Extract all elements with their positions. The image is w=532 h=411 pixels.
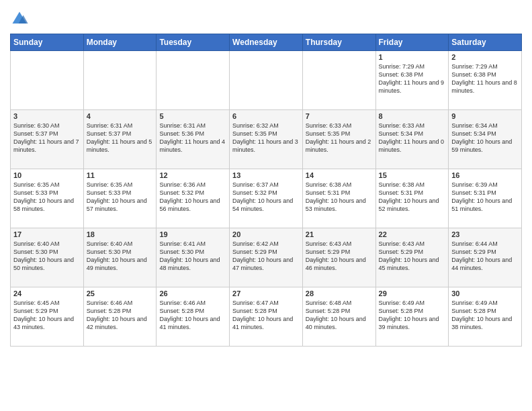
page-container: SundayMondayTuesdayWednesdayThursdayFrid… <box>0 0 532 350</box>
day-number: 20 <box>232 230 300 238</box>
calendar-cell: 5Sunrise: 6:31 AM Sunset: 5:36 PM Daylig… <box>157 110 230 169</box>
calendar-cell: 6Sunrise: 6:32 AM Sunset: 5:35 PM Daylig… <box>230 110 303 169</box>
day-number: 25 <box>87 289 154 298</box>
calendar-cell: 24Sunrise: 6:45 AM Sunset: 5:29 PM Dayli… <box>11 287 84 347</box>
calendar-cell <box>157 51 230 110</box>
calendar-week-row: 24Sunrise: 6:45 AM Sunset: 5:29 PM Dayli… <box>11 287 522 347</box>
calendar-week-row: 10Sunrise: 6:35 AM Sunset: 5:33 PM Dayli… <box>11 169 522 228</box>
calendar-cell: 25Sunrise: 6:46 AM Sunset: 5:28 PM Dayli… <box>83 287 157 347</box>
cell-info: Sunrise: 6:39 AM Sunset: 5:31 PM Dayligh… <box>451 181 519 214</box>
day-number: 13 <box>232 171 300 179</box>
calendar-cell: 10Sunrise: 6:35 AM Sunset: 5:33 PM Dayli… <box>11 169 84 228</box>
calendar-cell: 1Sunrise: 7:29 AM Sunset: 6:38 PM Daylig… <box>375 51 449 110</box>
calendar-cell: 14Sunrise: 6:38 AM Sunset: 5:31 PM Dayli… <box>302 169 375 228</box>
calendar-cell: 21Sunrise: 6:43 AM Sunset: 5:29 PM Dayli… <box>302 228 375 287</box>
cell-info: Sunrise: 7:29 AM Sunset: 6:38 PM Dayligh… <box>451 62 519 95</box>
day-number: 18 <box>87 230 154 238</box>
calendar-cell <box>302 51 375 110</box>
day-number: 12 <box>159 171 226 179</box>
logo <box>10 9 30 28</box>
calendar-cell: 19Sunrise: 6:41 AM Sunset: 5:30 PM Dayli… <box>157 228 230 287</box>
cell-info: Sunrise: 6:38 AM Sunset: 5:31 PM Dayligh… <box>306 181 373 214</box>
day-number: 8 <box>379 112 446 120</box>
day-number: 28 <box>306 289 373 298</box>
calendar-cell: 3Sunrise: 6:30 AM Sunset: 5:37 PM Daylig… <box>11 110 84 169</box>
cell-info: Sunrise: 6:35 AM Sunset: 5:33 PM Dayligh… <box>87 181 154 214</box>
day-number: 6 <box>232 112 300 120</box>
calendar-cell: 17Sunrise: 6:40 AM Sunset: 5:30 PM Dayli… <box>11 228 84 287</box>
weekday-header: Saturday <box>449 34 522 51</box>
weekday-header: Wednesday <box>230 34 303 51</box>
day-number: 3 <box>13 112 81 120</box>
cell-info: Sunrise: 6:33 AM Sunset: 5:35 PM Dayligh… <box>306 122 373 154</box>
cell-info: Sunrise: 6:32 AM Sunset: 5:35 PM Dayligh… <box>232 122 300 154</box>
day-number: 30 <box>451 289 519 298</box>
calendar-cell: 23Sunrise: 6:44 AM Sunset: 5:29 PM Dayli… <box>449 228 522 287</box>
day-number: 17 <box>13 230 81 238</box>
calendar-cell: 4Sunrise: 6:31 AM Sunset: 5:37 PM Daylig… <box>83 110 157 169</box>
cell-info: Sunrise: 6:43 AM Sunset: 5:29 PM Dayligh… <box>379 240 446 273</box>
day-number: 22 <box>379 230 446 238</box>
cell-info: Sunrise: 6:37 AM Sunset: 5:32 PM Dayligh… <box>232 181 300 214</box>
calendar-cell: 8Sunrise: 6:33 AM Sunset: 5:34 PM Daylig… <box>375 110 449 169</box>
cell-info: Sunrise: 6:36 AM Sunset: 5:32 PM Dayligh… <box>159 181 226 214</box>
cell-info: Sunrise: 6:43 AM Sunset: 5:29 PM Dayligh… <box>306 240 373 273</box>
calendar-cell <box>11 51 84 110</box>
day-number: 29 <box>379 289 446 298</box>
cell-info: Sunrise: 6:31 AM Sunset: 5:37 PM Dayligh… <box>87 122 154 154</box>
day-number: 27 <box>232 289 300 298</box>
cell-info: Sunrise: 6:46 AM Sunset: 5:28 PM Dayligh… <box>87 299 154 332</box>
day-number: 9 <box>451 112 519 120</box>
cell-info: Sunrise: 6:31 AM Sunset: 5:36 PM Dayligh… <box>159 122 226 154</box>
calendar-cell: 7Sunrise: 6:33 AM Sunset: 5:35 PM Daylig… <box>302 110 375 169</box>
calendar-cell: 16Sunrise: 6:39 AM Sunset: 5:31 PM Dayli… <box>449 169 522 228</box>
day-number: 14 <box>306 171 373 179</box>
cell-info: Sunrise: 6:35 AM Sunset: 5:33 PM Dayligh… <box>13 181 81 214</box>
cell-info: Sunrise: 6:46 AM Sunset: 5:28 PM Dayligh… <box>159 299 226 332</box>
calendar-cell: 13Sunrise: 6:37 AM Sunset: 5:32 PM Dayli… <box>230 169 303 228</box>
day-number: 23 <box>451 230 519 238</box>
calendar-cell <box>230 51 303 110</box>
calendar-cell: 29Sunrise: 6:49 AM Sunset: 5:28 PM Dayli… <box>375 287 449 347</box>
calendar-week-row: 1Sunrise: 7:29 AM Sunset: 6:38 PM Daylig… <box>11 51 522 110</box>
day-number: 16 <box>451 171 519 179</box>
calendar-cell <box>83 51 157 110</box>
calendar-table: SundayMondayTuesdayWednesdayThursdayFrid… <box>10 34 522 347</box>
cell-info: Sunrise: 6:49 AM Sunset: 5:28 PM Dayligh… <box>451 299 519 332</box>
cell-info: Sunrise: 6:45 AM Sunset: 5:29 PM Dayligh… <box>13 299 81 332</box>
calendar-cell: 27Sunrise: 6:47 AM Sunset: 5:28 PM Dayli… <box>230 287 303 347</box>
calendar-cell: 12Sunrise: 6:36 AM Sunset: 5:32 PM Dayli… <box>157 169 230 228</box>
day-number: 21 <box>306 230 373 238</box>
calendar-week-row: 3Sunrise: 6:30 AM Sunset: 5:37 PM Daylig… <box>11 110 522 169</box>
header <box>10 7 522 28</box>
calendar-cell: 9Sunrise: 6:34 AM Sunset: 5:34 PM Daylig… <box>449 110 522 169</box>
day-number: 24 <box>13 289 81 298</box>
weekday-header: Friday <box>375 34 449 51</box>
cell-info: Sunrise: 6:40 AM Sunset: 5:30 PM Dayligh… <box>13 240 81 273</box>
calendar-cell: 30Sunrise: 6:49 AM Sunset: 5:28 PM Dayli… <box>449 287 522 347</box>
calendar-cell: 11Sunrise: 6:35 AM Sunset: 5:33 PM Dayli… <box>83 169 157 228</box>
cell-info: Sunrise: 6:34 AM Sunset: 5:34 PM Dayligh… <box>451 122 519 154</box>
weekday-header: Thursday <box>302 34 375 51</box>
calendar-cell: 20Sunrise: 6:42 AM Sunset: 5:29 PM Dayli… <box>230 228 303 287</box>
cell-info: Sunrise: 6:33 AM Sunset: 5:34 PM Dayligh… <box>379 122 446 154</box>
calendar-cell: 18Sunrise: 6:40 AM Sunset: 5:30 PM Dayli… <box>83 228 157 287</box>
calendar-cell: 28Sunrise: 6:48 AM Sunset: 5:28 PM Dayli… <box>302 287 375 347</box>
weekday-header: Sunday <box>11 34 84 51</box>
cell-info: Sunrise: 6:44 AM Sunset: 5:29 PM Dayligh… <box>451 240 519 273</box>
day-number: 4 <box>87 112 154 120</box>
cell-info: Sunrise: 7:29 AM Sunset: 6:38 PM Dayligh… <box>379 62 446 95</box>
calendar-cell: 22Sunrise: 6:43 AM Sunset: 5:29 PM Dayli… <box>375 228 449 287</box>
day-number: 15 <box>379 171 446 179</box>
weekday-header: Tuesday <box>157 34 230 51</box>
cell-info: Sunrise: 6:41 AM Sunset: 5:30 PM Dayligh… <box>159 240 226 273</box>
day-number: 1 <box>379 53 446 61</box>
cell-info: Sunrise: 6:48 AM Sunset: 5:28 PM Dayligh… <box>306 299 373 332</box>
day-number: 5 <box>159 112 226 120</box>
day-number: 2 <box>451 53 519 61</box>
cell-info: Sunrise: 6:40 AM Sunset: 5:30 PM Dayligh… <box>87 240 154 273</box>
header-row: SundayMondayTuesdayWednesdayThursdayFrid… <box>11 34 522 51</box>
day-number: 19 <box>159 230 226 238</box>
weekday-header: Monday <box>83 34 157 51</box>
day-number: 7 <box>306 112 373 120</box>
